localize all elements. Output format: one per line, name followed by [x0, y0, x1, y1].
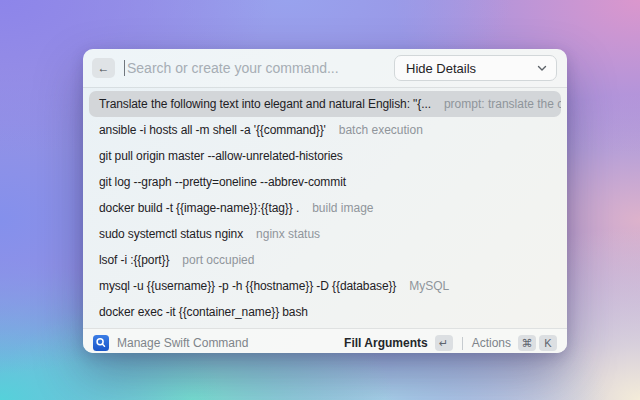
footer-actions: Fill Arguments ↵ Actions ⌘ K — [344, 335, 557, 351]
actions-button[interactable]: Actions — [472, 336, 511, 350]
command-row[interactable]: mysql -u {{username}} -p -h {{hostname}}… — [89, 273, 561, 299]
return-key-icon[interactable]: ↵ — [435, 335, 453, 351]
command-subtitle: nginx status — [256, 227, 320, 241]
command-title: Translate the following text into elegan… — [99, 97, 431, 111]
back-button[interactable]: ← — [92, 58, 115, 78]
actions-shortcut: ⌘ K — [518, 335, 557, 351]
command-title: mysql -u {{username}} -p -h {{hostname}}… — [99, 279, 396, 293]
search-bar: ← Hide Details — [83, 49, 567, 88]
text-cursor — [124, 60, 125, 76]
magnifier-app-icon — [93, 335, 109, 351]
command-title: git pull origin master --allow-unrelated… — [99, 149, 343, 163]
command-row[interactable]: lsof -i :{{port}}port occupied — [89, 247, 561, 273]
command-subtitle: port occupied — [182, 253, 254, 267]
command-palette-window: ← Hide Details Translate the following t… — [83, 49, 567, 353]
footer-divider — [462, 337, 463, 350]
command-row[interactable]: docker exec -it {{container_name}} bash — [89, 299, 561, 325]
fill-arguments-button[interactable]: Fill Arguments — [344, 336, 428, 350]
command-subtitle: build image — [312, 201, 373, 215]
command-row[interactable]: docker build -t {{image-name}}:{{tag}} .… — [89, 195, 561, 221]
details-dropdown[interactable]: Hide Details — [394, 55, 557, 81]
command-title: sudo systemctl status nginx — [99, 227, 243, 241]
app-label: Manage Swift Command — [117, 336, 336, 350]
command-subtitle: batch execution — [339, 123, 423, 137]
command-row[interactable]: git log --graph --pretty=oneline --abbre… — [89, 169, 561, 195]
command-title: lsof -i :{{port}} — [99, 253, 169, 267]
command-title: git log --graph --pretty=oneline --abbre… — [99, 175, 346, 189]
command-row[interactable]: git pull origin master --allow-unrelated… — [89, 143, 561, 169]
command-title: docker build -t {{image-name}}:{{tag}} . — [99, 201, 299, 215]
command-subtitle: MySQL — [409, 279, 449, 293]
command-row[interactable]: ansible -i hosts all -m shell -a '{{comm… — [89, 117, 561, 143]
command-title: docker exec -it {{container_name}} bash — [99, 305, 308, 319]
details-dropdown-label: Hide Details — [406, 61, 537, 76]
command-row[interactable]: sudo systemctl status nginxnginx status — [89, 221, 561, 247]
command-row[interactable]: Translate the following text into elegan… — [89, 91, 561, 117]
chevron-down-icon — [537, 65, 547, 72]
k-key-icon: K — [539, 335, 557, 351]
command-key-icon: ⌘ — [518, 335, 536, 351]
search-input[interactable] — [127, 60, 394, 76]
command-list: Translate the following text into elegan… — [83, 88, 567, 328]
footer-bar: Manage Swift Command Fill Arguments ↵ Ac… — [83, 328, 567, 353]
command-subtitle: prompt: translate the clipboard text int… — [444, 97, 561, 111]
command-title: ansible -i hosts all -m shell -a '{{comm… — [99, 123, 326, 137]
